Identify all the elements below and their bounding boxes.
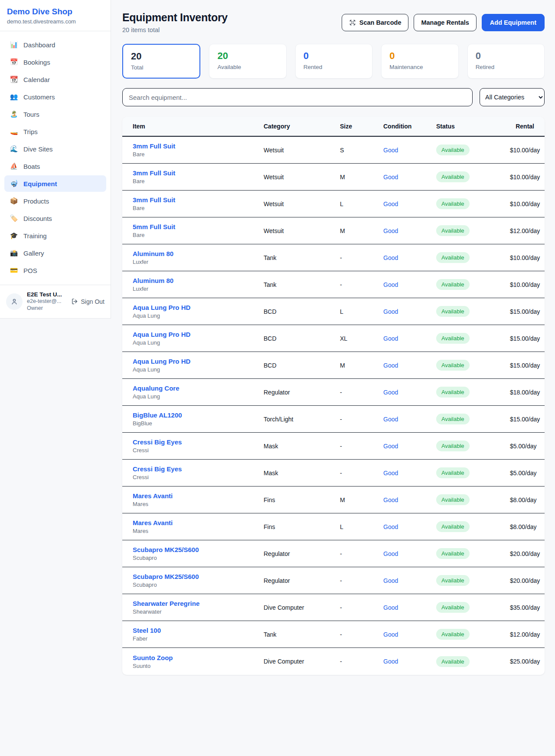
condition-link[interactable]: Good	[383, 362, 436, 369]
rental-price: $20.00/day	[510, 550, 540, 557]
add-equipment-button[interactable]: Add Equipment	[482, 14, 545, 31]
condition-link[interactable]: Good	[383, 416, 436, 423]
status-badge: Available	[436, 548, 470, 559]
item-cell: Aqua Lung Pro HD Aqua Lung	[133, 331, 264, 346]
table-row: 3mm Full Suit Bare Wetsuit L Good Availa…	[122, 191, 545, 217]
sidebar-item-gallery[interactable]: 📸 Gallery	[4, 245, 106, 261]
item-name-link[interactable]: Steel 100	[133, 627, 264, 634]
status-cell: Available	[436, 494, 510, 505]
condition-link[interactable]: Good	[383, 335, 436, 342]
sign-out-button[interactable]: Sign Out	[71, 298, 104, 305]
add-equipment-label: Add Equipment	[490, 19, 536, 26]
status-cell: Available	[436, 225, 510, 236]
item-name-link[interactable]: Cressi Big Eyes	[133, 438, 264, 446]
item-brand: Bare	[133, 205, 264, 211]
scan-barcode-button[interactable]: Scan Barcode	[342, 14, 409, 31]
sidebar-item-trips[interactable]: 🚤 Trips	[4, 123, 106, 140]
sidebar-item-calendar[interactable]: 📆 Calendar	[4, 71, 106, 88]
sidebar-item-tours[interactable]: 🏝️ Tours	[4, 106, 106, 122]
item-name-link[interactable]: 3mm Full Suit	[133, 142, 264, 150]
item-name-link[interactable]: Mares Avanti	[133, 519, 264, 526]
size-cell: -	[340, 281, 383, 288]
table-row: Suunto Zoop Suunto Dive Computer - Good …	[122, 648, 545, 675]
condition-link[interactable]: Good	[383, 174, 436, 181]
sidebar-item-dive-sites[interactable]: 🌊 Dive Sites	[4, 141, 106, 157]
tear-calendar-icon: 📆	[10, 76, 18, 83]
item-name-link[interactable]: Scubapro MK25/S600	[133, 573, 264, 580]
sidebar-item-pos[interactable]: 💳 POS	[4, 262, 106, 279]
item-brand: Aqua Lung	[133, 393, 264, 400]
sidebar-item-discounts[interactable]: 🏷️ Discounts	[4, 210, 106, 227]
item-name-link[interactable]: Aqua Lung Pro HD	[133, 304, 264, 311]
item-name-link[interactable]: Mares Avanti	[133, 492, 264, 500]
item-name-link[interactable]: Aluminum 80	[133, 250, 264, 257]
item-name-link[interactable]: 3mm Full Suit	[133, 169, 264, 177]
condition-link[interactable]: Good	[383, 443, 436, 450]
condition-link[interactable]: Good	[383, 308, 436, 315]
column-header-rental: Rental	[510, 123, 534, 130]
sidebar-item-products[interactable]: 📦 Products	[4, 193, 106, 209]
stat-card-retired[interactable]: 0 Retired	[467, 44, 545, 79]
search-input[interactable]	[122, 88, 473, 106]
stat-card-total[interactable]: 20 Total	[122, 44, 200, 79]
item-brand: Luxfer	[133, 259, 264, 265]
item-name-link[interactable]: Aluminum 80	[133, 277, 264, 284]
item-name-link[interactable]: Aqualung Core	[133, 385, 264, 392]
sidebar-item-dashboard[interactable]: 📊 Dashboard	[4, 36, 106, 53]
rental-price: $35.00/day	[510, 604, 540, 611]
table-row: 3mm Full Suit Bare Wetsuit M Good Availa…	[122, 164, 545, 191]
item-cell: 3mm Full Suit Bare	[133, 169, 264, 184]
sidebar-item-bookings[interactable]: 📅 Bookings	[4, 54, 106, 70]
condition-link[interactable]: Good	[383, 227, 436, 234]
speedboat-icon: 🚤	[10, 128, 18, 135]
condition-link[interactable]: Good	[383, 254, 436, 261]
size-cell: M	[340, 496, 383, 503]
sidebar-item-training[interactable]: 🎓 Training	[4, 227, 106, 244]
size-cell: -	[340, 470, 383, 477]
condition-link[interactable]: Good	[383, 496, 436, 503]
item-name-link[interactable]: Aqua Lung Pro HD	[133, 331, 264, 338]
condition-link[interactable]: Good	[383, 550, 436, 557]
status-badge: Available	[436, 629, 470, 640]
item-name-link[interactable]: Suunto Zoop	[133, 654, 264, 661]
item-name-link[interactable]: Shearwater Peregrine	[133, 600, 264, 607]
item-name-link[interactable]: Scubapro MK25/S600	[133, 546, 264, 553]
manage-rentals-button[interactable]: Manage Rentals	[414, 14, 476, 31]
sidebar-item-customers[interactable]: 👥 Customers	[4, 89, 106, 105]
condition-link[interactable]: Good	[383, 577, 436, 584]
condition-link[interactable]: Good	[383, 281, 436, 288]
condition-link[interactable]: Good	[383, 147, 436, 154]
filters-row: All Categories	[122, 88, 545, 106]
stat-value: 0	[389, 50, 450, 62]
sidebar-item-equipment[interactable]: 🤿 Equipment	[4, 175, 106, 192]
status-badge: Available	[436, 656, 470, 667]
size-cell: M	[340, 174, 383, 181]
size-cell: S	[340, 147, 383, 154]
stat-card-rented[interactable]: 0 Rented	[295, 44, 372, 79]
category-cell: Dive Computer	[264, 658, 340, 665]
stat-card-available[interactable]: 20 Available	[209, 44, 286, 79]
condition-link[interactable]: Good	[383, 658, 436, 665]
stat-card-maintenance[interactable]: 0 Maintenance	[381, 44, 458, 79]
condition-link[interactable]: Good	[383, 604, 436, 611]
item-cell: 3mm Full Suit Bare	[133, 196, 264, 211]
item-brand: Faber	[133, 635, 264, 642]
rental-price: $12.00/day	[510, 631, 540, 638]
condition-link[interactable]: Good	[383, 470, 436, 477]
category-cell: Wetsuit	[264, 147, 340, 154]
condition-link[interactable]: Good	[383, 201, 436, 207]
condition-link[interactable]: Good	[383, 631, 436, 638]
sidebar-item-boats[interactable]: ⛵ Boats	[4, 158, 106, 174]
item-name-link[interactable]: 5mm Full Suit	[133, 223, 264, 230]
condition-link[interactable]: Good	[383, 389, 436, 396]
item-name-link[interactable]: BigBlue AL1200	[133, 411, 264, 419]
table-row: Shearwater Peregrine Shearwater Dive Com…	[122, 594, 545, 621]
category-select[interactable]: All Categories	[480, 88, 545, 106]
category-cell: Wetsuit	[264, 174, 340, 181]
table-row: Aqua Lung Pro HD Aqua Lung BCD M Good Av…	[122, 352, 545, 379]
condition-link[interactable]: Good	[383, 523, 436, 530]
item-name-link[interactable]: Aqua Lung Pro HD	[133, 358, 264, 365]
rental-price: $10.00/day	[510, 281, 540, 288]
item-name-link[interactable]: 3mm Full Suit	[133, 196, 264, 204]
item-name-link[interactable]: Cressi Big Eyes	[133, 465, 264, 473]
